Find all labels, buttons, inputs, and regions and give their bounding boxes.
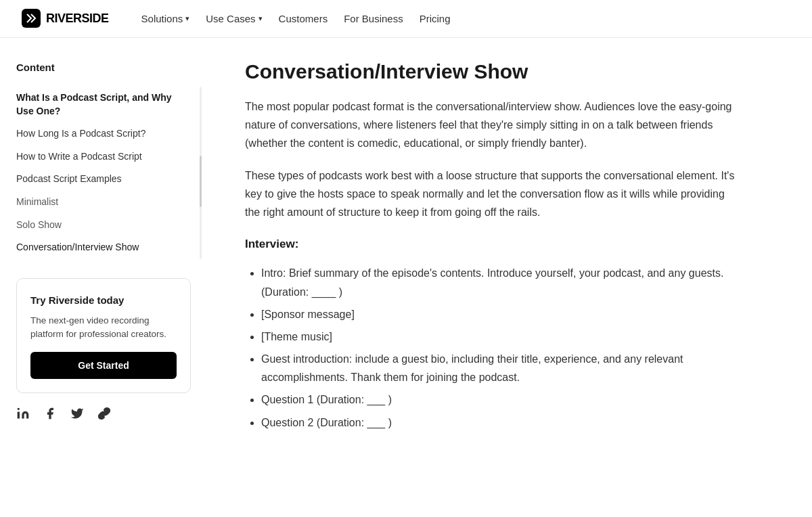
paragraph-2: These types of podcasts work best with a… [245, 166, 740, 222]
list-item: [Theme music] [261, 328, 740, 346]
main-nav: RIVERSIDE Solutions ▾ Use Cases ▾ Custom… [0, 0, 812, 38]
list-item: Question 1 (Duration: ___ ) [261, 390, 740, 409]
page-title: Conversation/Interview Show [245, 60, 740, 84]
list-item: What Is a Podcast Script, and Why Use On… [16, 87, 191, 122]
list-item: [Sponsor message] [261, 305, 740, 323]
interview-heading: Interview: [245, 235, 740, 253]
nav-for-business[interactable]: For Business [344, 11, 403, 27]
nav-customers[interactable]: Customers [279, 11, 328, 27]
interview-list: Intro: Brief summary of the episode's co… [245, 264, 740, 432]
list-item: Solo Show [16, 214, 191, 237]
sidebar-item-what-is[interactable]: What Is a Podcast Script, and Why Use On… [16, 87, 191, 122]
chevron-down-icon: ▾ [258, 13, 263, 25]
main-content: Conversation/Interview Show The most pop… [212, 60, 740, 436]
nav-use-cases[interactable]: Use Cases ▾ [206, 11, 262, 27]
logo-icon [22, 9, 41, 28]
nav-links: Solutions ▾ Use Cases ▾ Customers For Bu… [141, 11, 451, 27]
sidebar-item-examples[interactable]: Podcast Script Examples [16, 168, 191, 191]
sidebar-item-how-to-write[interactable]: How to Write a Podcast Script [16, 145, 191, 168]
list-item: How Long Is a Podcast Script? [16, 122, 191, 145]
list-item: Conversation/Interview Show [16, 236, 191, 259]
logo[interactable]: RIVERSIDE [22, 9, 109, 28]
chevron-down-icon: ▾ [185, 13, 189, 25]
sidebar-nav: What Is a Podcast Script, and Why Use On… [16, 87, 191, 259]
sidebar-item-conversation[interactable]: Conversation/Interview Show [16, 236, 191, 259]
sidebar-item-minimalist[interactable]: Minimalist [16, 191, 191, 214]
sidebar-heading: Content [16, 60, 191, 76]
list-item: How to Write a Podcast Script [16, 145, 191, 168]
cta-description: The next-gen video recording platform fo… [30, 314, 177, 342]
twitter-icon[interactable] [70, 407, 84, 426]
svg-point-0 [18, 408, 20, 410]
list-item: Minimalist [16, 191, 191, 214]
sidebar-item-solo-show[interactable]: Solo Show [16, 214, 191, 237]
facebook-icon[interactable] [43, 407, 57, 426]
nav-solutions[interactable]: Solutions ▾ [141, 11, 190, 27]
list-item: Podcast Script Examples [16, 168, 191, 191]
cta-title: Try Riverside today [30, 292, 177, 309]
nav-pricing[interactable]: Pricing [420, 11, 451, 27]
sidebar: Content What Is a Podcast Script, and Wh… [16, 60, 212, 436]
list-item: Question 2 (Duration: ___ ) [261, 413, 740, 432]
link-icon[interactable] [97, 407, 111, 426]
list-item: Intro: Brief summary of the episode's co… [261, 264, 740, 300]
linkedin-icon[interactable] [16, 407, 30, 426]
list-item: Guest introduction: include a guest bio,… [261, 350, 740, 386]
get-started-button[interactable]: Get Started [30, 352, 177, 379]
logo-text: RIVERSIDE [46, 9, 109, 28]
cta-box: Try Riverside today The next-gen video r… [16, 278, 191, 394]
paragraph-1: The most popular podcast format is the c… [245, 97, 740, 153]
sidebar-item-how-long[interactable]: How Long Is a Podcast Script? [16, 122, 191, 145]
social-icons [16, 407, 191, 426]
